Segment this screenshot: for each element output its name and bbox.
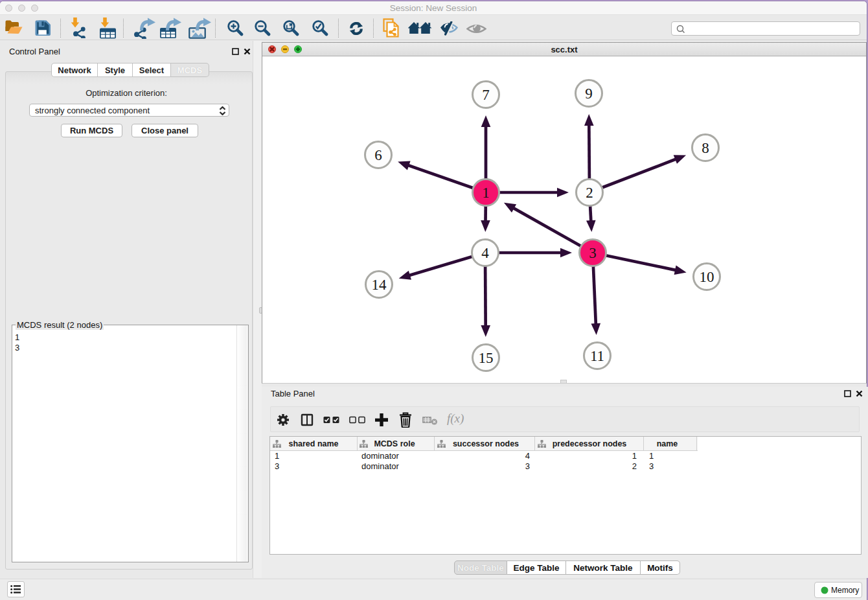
svg-text:10: 10 xyxy=(700,269,714,285)
svg-text:11: 11 xyxy=(590,348,604,364)
svg-text:8: 8 xyxy=(702,140,709,156)
svg-text:6: 6 xyxy=(374,147,382,163)
svg-text:9: 9 xyxy=(585,86,593,102)
svg-text:1: 1 xyxy=(482,185,490,201)
svg-text:15: 15 xyxy=(479,350,494,366)
svg-text:2: 2 xyxy=(586,185,593,201)
svg-text:14: 14 xyxy=(372,277,387,293)
svg-text:3: 3 xyxy=(589,245,597,261)
svg-text:7: 7 xyxy=(482,87,490,103)
svg-text:4: 4 xyxy=(481,245,489,261)
